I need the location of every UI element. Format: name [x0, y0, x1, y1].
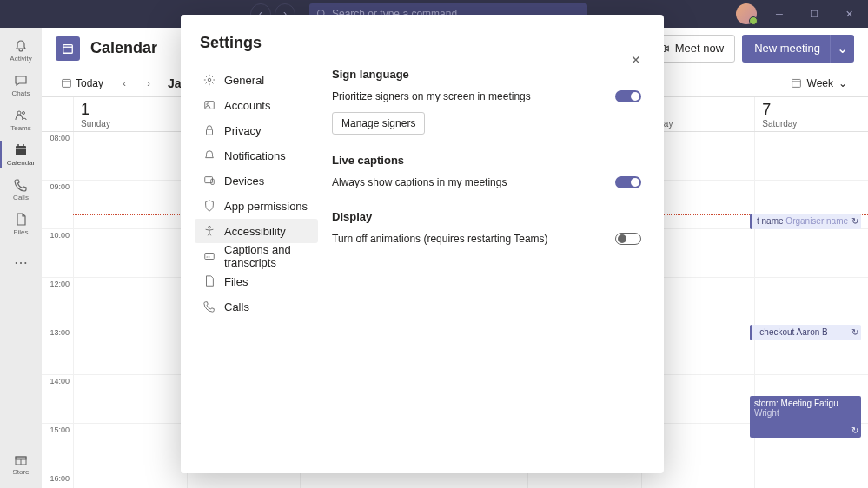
svg-point-24 [209, 226, 211, 228]
nav-calls[interactable]: Calls [195, 294, 318, 319]
next-week-button[interactable]: › [140, 75, 157, 92]
window-minimize-button[interactable]: ─ [767, 2, 792, 26]
rail-label: Activity [10, 55, 31, 63]
nav-captions[interactable]: cc Captions and transcripts [195, 244, 318, 268]
settings-title: Settings [181, 34, 664, 66]
today-label: Today [76, 77, 103, 89]
rail-files[interactable]: Files [0, 207, 42, 241]
time-label: 09:00 [42, 181, 73, 228]
rail-label: Calendar [7, 159, 35, 167]
nav-label: Files [224, 275, 248, 288]
nav-label: Captions and transcripts [224, 243, 309, 269]
rail-activity[interactable]: Activity [0, 33, 42, 68]
svg-rect-14 [63, 79, 71, 87]
store-icon [14, 452, 28, 466]
setting-label: Always show captions in my meetings [332, 176, 507, 188]
section-sign-language: Sign language Prioritize signers on my s… [332, 68, 641, 135]
calendar-small-icon [61, 77, 72, 89]
prev-week-button[interactable]: ‹ [116, 75, 133, 92]
rail-label: Calls [13, 194, 29, 201]
new-meeting-button[interactable]: New meeting [742, 35, 832, 63]
gear-icon [203, 74, 215, 86]
rail-teams[interactable]: Teams [0, 102, 42, 137]
manage-signers-label: Manage signers [341, 117, 415, 129]
rail-calendar[interactable]: Calendar [0, 137, 42, 172]
time-label: 14:00 [42, 375, 73, 423]
view-picker[interactable]: Week ⌄ [784, 74, 854, 93]
calendar-event[interactable]: storm: Meeting FatiguWright ↻ [750, 396, 861, 438]
calendar-event[interactable]: -checkout Aaron B ↻ [750, 325, 861, 340]
new-meeting-dropdown[interactable]: ⌄ [830, 35, 854, 63]
chevron-down-icon: ⌄ [838, 77, 847, 89]
svg-point-2 [17, 111, 21, 115]
settings-dialog: Settings ✕ General Accounts Privacy Noti… [181, 15, 664, 473]
prioritize-signers-toggle[interactable] [615, 90, 641, 102]
today-button[interactable]: Today [56, 74, 109, 93]
nav-label: Privacy [224, 124, 262, 137]
svg-rect-11 [63, 44, 73, 53]
person-icon [203, 99, 215, 111]
nav-accessibility[interactable]: Accessibility [195, 219, 318, 243]
nav-devices[interactable]: Devices [195, 168, 318, 193]
rail-more-button[interactable]: ⋯ [0, 245, 42, 280]
svg-rect-19 [205, 102, 215, 109]
rail-store[interactable]: Store [0, 446, 42, 481]
settings-nav: General Accounts Privacy Notifications D… [181, 66, 325, 473]
svg-rect-16 [792, 79, 800, 87]
file-icon [14, 213, 28, 227]
day-header[interactable]: 1Sunday [73, 97, 187, 131]
nav-files[interactable]: Files [195, 269, 318, 293]
nav-label: App permissions [224, 200, 308, 213]
rail-label: Teams [10, 124, 31, 132]
nav-label: Notifications [224, 149, 286, 162]
nav-label: Calls [224, 300, 249, 313]
setting-label: Prioritize signers on my screen in meeti… [332, 90, 531, 102]
nav-app-permissions[interactable]: App permissions [195, 194, 318, 218]
more-icon: ⋯ [14, 254, 28, 271]
always-show-captions-toggle[interactable] [615, 176, 641, 188]
day-header[interactable]: 7Saturday [754, 97, 868, 131]
user-avatar[interactable] [736, 3, 757, 24]
page-title: Calendar [90, 39, 157, 57]
turn-off-animations-toggle[interactable] [615, 233, 641, 245]
svg-rect-21 [207, 129, 213, 135]
section-title: Live captions [332, 154, 641, 167]
settings-content: Sign language Prioritize signers on my s… [325, 66, 664, 473]
captions-icon: cc [203, 250, 215, 262]
teams-icon [14, 109, 28, 122]
left-rail: Activity Chats Teams Calendar Calls File… [0, 28, 42, 488]
nav-privacy[interactable]: Privacy [195, 118, 318, 142]
calendar-app-icon [56, 36, 80, 61]
rail-chats[interactable]: Chats [0, 68, 42, 102]
bell-icon [14, 39, 28, 53]
svg-point-18 [208, 78, 211, 82]
time-label: 08:00 [42, 132, 73, 180]
chevron-down-icon: ⌄ [837, 40, 848, 56]
recurring-icon: ↻ [851, 216, 858, 226]
section-title: Sign language [332, 68, 641, 81]
nav-notifications[interactable]: Notifications [195, 143, 318, 168]
nav-general[interactable]: General [195, 68, 318, 92]
week-label: Week [807, 77, 833, 89]
rail-label: Chats [12, 89, 30, 97]
svg-point-20 [207, 103, 209, 106]
lock-icon [203, 124, 215, 136]
close-icon: ✕ [631, 53, 641, 67]
new-meeting-label: New meeting [754, 42, 820, 55]
window-close-button[interactable]: ✕ [837, 2, 861, 26]
nav-accounts[interactable]: Accounts [195, 93, 318, 117]
chat-icon [14, 74, 28, 88]
recurring-icon: ↻ [851, 425, 858, 435]
window-maximize-button[interactable]: ☐ [802, 2, 826, 26]
time-label: 16:00 [42, 472, 73, 488]
phone-icon [203, 300, 215, 313]
time-label: 10:00 [42, 229, 73, 277]
calendar-event[interactable]: t name Organiser name ↻ [750, 214, 861, 229]
section-display: Display Turn off animations (requires re… [332, 210, 641, 247]
section-live-captions: Live captions Always show captions in my… [332, 154, 641, 191]
rail-calls[interactable]: Calls [0, 172, 42, 207]
close-button[interactable]: ✕ [627, 51, 645, 69]
accessibility-icon [203, 225, 215, 237]
manage-signers-button[interactable]: Manage signers [332, 112, 425, 135]
svg-rect-9 [16, 457, 26, 459]
